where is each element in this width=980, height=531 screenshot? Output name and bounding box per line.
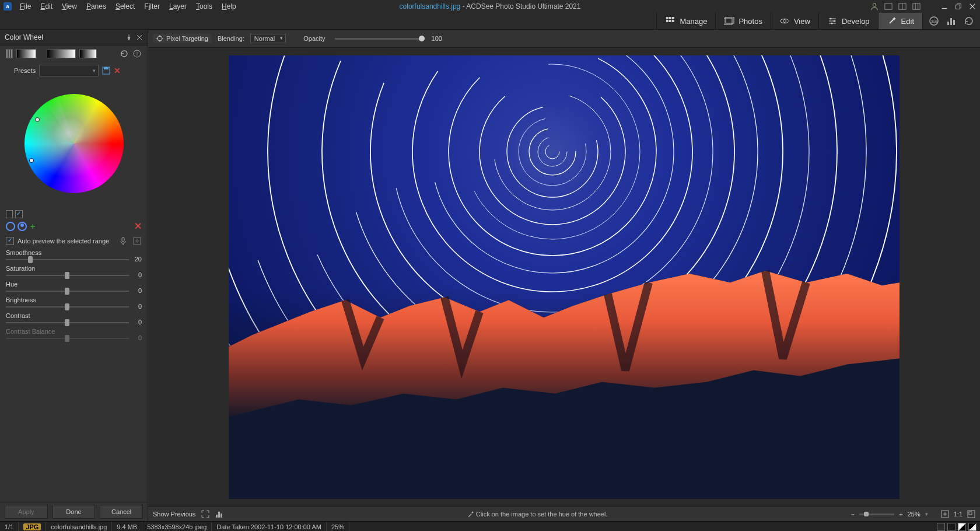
histogram-small-icon[interactable] (215, 510, 223, 518)
hue-handle-2[interactable] (29, 158, 34, 163)
target-icon[interactable] (132, 236, 142, 246)
mode-photos[interactable]: Photos (715, 13, 770, 29)
mode-edit[interactable]: Edit (878, 13, 922, 29)
bg-swatch-split[interactable] (958, 523, 966, 531)
bg-swatch-black[interactable] (947, 523, 956, 531)
mic-icon[interactable] (118, 236, 128, 246)
zoom-in-icon[interactable]: + (899, 511, 902, 518)
presets-dropdown[interactable]: ▾ (39, 65, 99, 76)
expand-icon[interactable] (201, 510, 209, 518)
menu-filter[interactable]: Filter (139, 1, 164, 12)
gradient-swatch-icon[interactable] (16, 49, 36, 58)
color-wheel-area (0, 79, 148, 208)
zoom-percent: 25% (908, 511, 921, 518)
slider-brightness: Brightness 0 (6, 296, 142, 310)
sliders-icon (827, 16, 838, 26)
slider-smoothness: Smoothness 20 (6, 249, 142, 263)
photos-icon (724, 16, 734, 26)
window-restore-icon[interactable] (954, 2, 963, 11)
zoom-percent-caret-icon[interactable]: ▾ (925, 511, 928, 517)
done-button[interactable]: Done (52, 505, 96, 519)
gradient-preview-2[interactable] (79, 49, 97, 58)
layout-1-icon[interactable] (884, 2, 892, 11)
menu-view[interactable]: View (57, 1, 82, 12)
saturation-slider[interactable] (6, 272, 129, 279)
slider-contrast: Contrast 0 (6, 312, 142, 326)
cancel-button[interactable]: Cancel (100, 505, 143, 519)
range-radio-1[interactable] (6, 222, 15, 231)
svg-point-40 (136, 240, 138, 242)
svg-point-23 (830, 18, 831, 20)
hue-slider[interactable] (6, 288, 129, 295)
show-previous-button[interactable]: Show Previous (153, 511, 195, 518)
svg-point-19 (783, 20, 786, 23)
menu-help[interactable]: Help (217, 1, 241, 12)
menu-tools[interactable]: Tools (191, 1, 217, 12)
app-logo-icon: a (4, 2, 12, 11)
smoothness-slider[interactable] (6, 256, 129, 263)
remove-range-icon[interactable]: ✕ (134, 221, 142, 232)
menu-file[interactable]: File (15, 1, 36, 12)
grid-icon (665, 16, 676, 26)
help-icon[interactable]: ? (132, 49, 142, 58)
mode-develop[interactable]: Develop (818, 13, 878, 29)
account-icon[interactable] (870, 2, 878, 11)
svg-point-52 (480, 79, 625, 225)
opacity-slider[interactable] (335, 38, 422, 40)
reset-icon[interactable] (120, 49, 129, 58)
window-minimize-icon[interactable] (940, 2, 949, 11)
window-close-icon[interactable] (968, 2, 977, 11)
apply-button[interactable]: Apply (5, 505, 48, 519)
wheel-checkbox-1[interactable] (6, 210, 13, 218)
gradient-swatch-icon[interactable] (6, 49, 13, 58)
close-icon[interactable] (136, 34, 143, 41)
panel-header: Color Wheel (0, 30, 148, 46)
zoom-slider[interactable] (859, 513, 894, 515)
threesixty-icon[interactable]: 360 (929, 16, 939, 26)
range-radio-2[interactable] (18, 222, 27, 231)
refresh-icon[interactable] (964, 16, 974, 26)
image-canvas[interactable] (229, 55, 900, 499)
blending-mode-select[interactable]: Normal (250, 34, 286, 43)
wheel-checkbox-2[interactable] (15, 210, 22, 218)
delete-preset-icon[interactable]: ✕ (114, 66, 121, 75)
status-format: JPG (19, 522, 46, 531)
hue-handle[interactable] (35, 117, 40, 122)
zoom-out-icon[interactable]: − (851, 511, 855, 518)
layout-2-icon[interactable] (898, 2, 907, 11)
svg-rect-67 (216, 515, 218, 518)
menu-edit[interactable]: Edit (36, 1, 57, 12)
svg-point-70 (471, 512, 473, 513)
opacity-value: 100 (432, 35, 442, 42)
svg-point-55 (431, 55, 674, 273)
pixel-targeting-button[interactable]: Pixel Targeting (153, 34, 212, 43)
mode-manage[interactable]: Manage (656, 13, 715, 29)
ratio-label[interactable]: 1:1 (954, 511, 963, 518)
bg-swatch-gray[interactable] (937, 523, 945, 531)
svg-rect-16 (672, 20, 674, 22)
wheel-mini-controls (0, 208, 148, 221)
title-filename: colorfulsandhills.jpg (400, 2, 461, 11)
histogram-icon[interactable] (946, 16, 957, 26)
brightness-slider[interactable] (6, 303, 129, 310)
bg-swatch-split-2[interactable] (968, 523, 977, 531)
menu-select[interactable]: Select (111, 1, 139, 12)
save-preset-icon[interactable] (102, 67, 110, 75)
svg-point-48 (529, 128, 576, 175)
color-wheel-panel: Color Wheel ? Presets ▾ ✕ (0, 30, 148, 521)
blending-label: Blending: (218, 35, 244, 42)
color-wheel[interactable] (24, 94, 124, 193)
svg-rect-15 (669, 20, 671, 22)
menu-layer[interactable]: Layer (164, 1, 191, 12)
auto-preview-checkbox[interactable] (6, 237, 14, 245)
add-range-icon[interactable]: + (30, 222, 35, 231)
gradient-preview[interactable] (47, 49, 76, 58)
mode-view[interactable]: View (771, 13, 818, 29)
menu-panes[interactable]: Panes (82, 1, 111, 12)
layout-3-icon[interactable] (912, 2, 921, 11)
fit-icon[interactable] (941, 510, 949, 518)
navigator-icon[interactable] (967, 510, 975, 518)
contrast-slider[interactable] (6, 319, 129, 326)
svg-rect-68 (218, 512, 220, 518)
pin-icon[interactable] (125, 34, 132, 41)
